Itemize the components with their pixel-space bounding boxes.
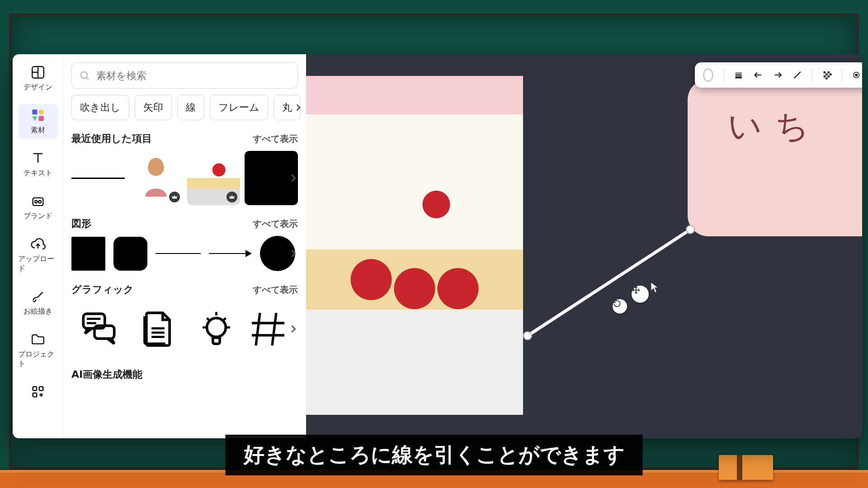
svg-rect-7 bbox=[33, 387, 37, 391]
graphics-scroll-right[interactable] bbox=[287, 323, 300, 335]
nav-brand[interactable]: ブランド bbox=[18, 190, 58, 225]
recent-item-illustration[interactable] bbox=[129, 151, 183, 205]
nav-project[interactable]: プロジェクト bbox=[18, 328, 58, 372]
graphic-hash-icon[interactable] bbox=[248, 302, 288, 356]
recent-item-line[interactable] bbox=[71, 151, 125, 205]
line-start-arrow-left[interactable] bbox=[753, 68, 763, 82]
line-endpoint-start[interactable] bbox=[523, 331, 532, 340]
nav-brand-label: ブランド bbox=[24, 211, 52, 221]
svg-rect-21 bbox=[828, 75, 830, 77]
vertical-nav: デザイン 素材 テキスト ブランド アップロード bbox=[13, 54, 63, 438]
section-ai-images: AI画像生成機能 bbox=[63, 368, 306, 381]
nav-elements[interactable]: 素材 bbox=[18, 104, 58, 139]
svg-line-15 bbox=[528, 230, 690, 336]
shapes-scroll-right[interactable] bbox=[287, 247, 300, 260]
line-endpoint-end[interactable] bbox=[686, 225, 695, 234]
rotate-handle[interactable] bbox=[613, 299, 627, 314]
nav-text[interactable]: テキスト bbox=[18, 147, 58, 182]
nav-apps[interactable] bbox=[18, 380, 58, 403]
nav-draw-label: お絵描き bbox=[24, 307, 52, 316]
graphic-chat-icon[interactable] bbox=[71, 302, 126, 356]
nav-upload-label: アップロード bbox=[18, 254, 58, 273]
section-recent-more[interactable]: すべて表示 bbox=[253, 133, 298, 145]
line-end-arrow-right[interactable] bbox=[773, 68, 783, 82]
section-ai-title: AI画像生成機能 bbox=[71, 368, 142, 381]
category-chips: 吹き出し 矢印 線 フレーム 丸 bbox=[63, 95, 306, 120]
svg-rect-19 bbox=[830, 73, 831, 75]
selected-line-element[interactable] bbox=[528, 230, 695, 343]
canvas-pink-label[interactable]: いち bbox=[688, 79, 862, 236]
animate-icon bbox=[852, 68, 861, 82]
svg-point-10 bbox=[81, 72, 87, 78]
contextual-toolbar: アニメート 配置 bbox=[695, 62, 862, 88]
recent-scroll-right[interactable] bbox=[287, 172, 300, 184]
shape-square[interactable] bbox=[71, 237, 105, 271]
apps-icon bbox=[30, 384, 46, 399]
svg-rect-9 bbox=[33, 393, 37, 397]
nav-draw[interactable]: お絵描き bbox=[18, 285, 58, 320]
svg-rect-3 bbox=[38, 116, 43, 121]
mouse-cursor-icon bbox=[650, 281, 660, 294]
chip-speech-bubble[interactable]: 吹き出し bbox=[71, 95, 129, 120]
section-shapes: 図形 すべて表示 bbox=[63, 217, 306, 271]
editor-app-window: デザイン 素材 テキスト ブランド アップロード bbox=[13, 54, 862, 438]
move-handle[interactable] bbox=[632, 286, 649, 303]
svg-point-24 bbox=[855, 74, 858, 76]
svg-rect-20 bbox=[824, 75, 826, 77]
chips-scroll-right[interactable] bbox=[292, 102, 304, 113]
nav-upload[interactable]: アップロード bbox=[18, 233, 58, 277]
premium-badge-icon bbox=[169, 192, 180, 202]
elements-panel: 吹き出し 矢印 線 フレーム 丸 最近使用した項目 すべて表示 bbox=[63, 54, 306, 438]
search-input[interactable] bbox=[96, 70, 290, 81]
layout-icon bbox=[30, 65, 46, 80]
svg-rect-18 bbox=[826, 73, 827, 75]
text-icon bbox=[30, 150, 46, 166]
search-bar[interactable] bbox=[71, 62, 298, 89]
graphic-document-icon[interactable] bbox=[130, 302, 184, 356]
section-recent: 最近使用した項目 すべて表示 bbox=[63, 132, 306, 205]
premium-badge-icon bbox=[226, 192, 237, 202]
chip-line[interactable]: 線 bbox=[177, 95, 204, 120]
transparency-button[interactable] bbox=[822, 68, 832, 82]
video-caption: 好きなところに線を引くことができます bbox=[226, 435, 643, 475]
nav-project-label: プロジェクト bbox=[18, 350, 58, 369]
svg-point-5 bbox=[34, 201, 37, 203]
chip-frame[interactable]: フレーム bbox=[210, 95, 268, 120]
shape-arrow[interactable] bbox=[209, 250, 252, 257]
canvas-area[interactable]: いち bbox=[306, 54, 862, 438]
draw-icon bbox=[30, 289, 46, 304]
brand-icon bbox=[30, 193, 46, 209]
nav-design[interactable]: デザイン bbox=[18, 61, 58, 96]
search-icon bbox=[79, 70, 90, 81]
sticky-notes bbox=[719, 455, 773, 480]
nav-text-label: テキスト bbox=[24, 169, 52, 178]
section-shapes-title: 図形 bbox=[71, 217, 91, 230]
section-graphics-more[interactable]: すべて表示 bbox=[253, 284, 298, 296]
svg-rect-17 bbox=[828, 71, 830, 73]
svg-rect-1 bbox=[32, 109, 37, 114]
folder-icon bbox=[30, 332, 46, 347]
canvas-photo-card[interactable] bbox=[306, 76, 523, 410]
shapes-icon bbox=[30, 108, 46, 123]
chip-arrow[interactable]: 矢印 bbox=[135, 95, 172, 120]
shape-rounded-square[interactable] bbox=[113, 237, 147, 271]
graphic-lightbulb-icon[interactable] bbox=[189, 302, 243, 356]
svg-rect-16 bbox=[824, 71, 826, 73]
section-shapes-more[interactable]: すべて表示 bbox=[253, 218, 298, 230]
line-weight-button[interactable] bbox=[734, 68, 743, 82]
svg-point-6 bbox=[38, 201, 41, 203]
recent-item-photo-cake[interactable] bbox=[187, 151, 241, 205]
svg-point-2 bbox=[38, 109, 43, 114]
section-graphics: グラフィック すべて表示 bbox=[63, 283, 306, 356]
cloud-upload-icon bbox=[30, 236, 46, 252]
nav-elements-label: 素材 bbox=[31, 126, 45, 135]
svg-rect-8 bbox=[39, 387, 43, 391]
line-color-picker[interactable] bbox=[703, 68, 713, 82]
canvas-label-text: いち bbox=[728, 104, 822, 149]
line-type-button[interactable] bbox=[793, 68, 802, 82]
svg-rect-22 bbox=[826, 77, 827, 79]
cake-photo bbox=[306, 114, 523, 415]
shape-line[interactable] bbox=[156, 253, 201, 254]
svg-point-14 bbox=[207, 318, 226, 337]
section-graphics-title: グラフィック bbox=[71, 283, 134, 296]
